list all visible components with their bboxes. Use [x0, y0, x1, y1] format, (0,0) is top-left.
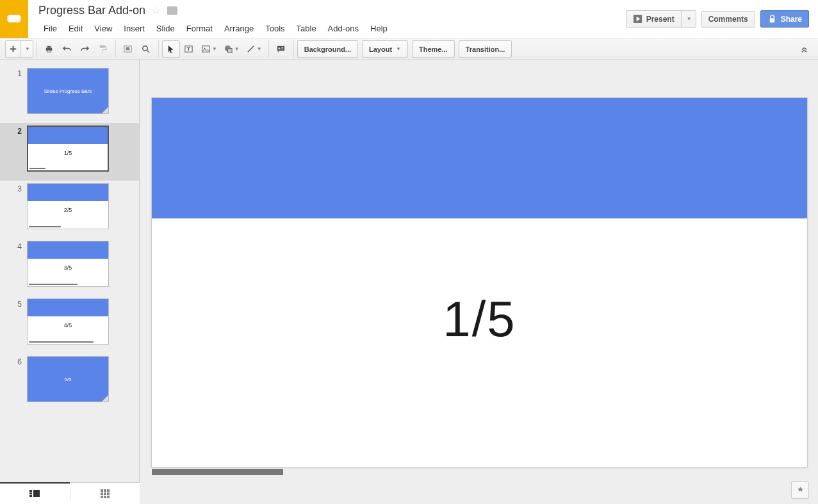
thumb-number: 4 [9, 241, 27, 287]
thumb-preview[interactable]: 3/5 [27, 241, 109, 287]
svg-point-11 [143, 46, 148, 51]
new-slide-button[interactable] [5, 40, 21, 58]
chevron-down-icon: ▼ [25, 46, 30, 52]
toolbar: ▼ ▼ ▼ ▼ Background... Layout▼ Theme... T… [0, 38, 818, 60]
menu-format[interactable]: Format [181, 21, 218, 36]
zoom-fit-button[interactable] [119, 40, 137, 58]
background-button[interactable]: Background... [297, 40, 358, 58]
svg-rect-29 [104, 496, 106, 498]
theme-button[interactable]: Theme... [412, 40, 455, 58]
chevron-down-icon: ▼ [257, 46, 262, 52]
doc-title[interactable]: Progress Bar Add-on [38, 4, 145, 17]
corner-fold-icon [102, 395, 108, 402]
slide-main-text: 1/5 [152, 290, 807, 348]
paint-format-button[interactable] [94, 40, 112, 58]
thumb-title-text: Slides Progress Bars [28, 69, 108, 113]
svg-rect-27 [107, 492, 110, 495]
hide-menus-button[interactable] [795, 40, 813, 58]
comment-tool[interactable] [272, 40, 290, 58]
thumb-preview[interactable]: Slides Progress Bars [27, 68, 109, 114]
svg-rect-17 [277, 46, 284, 51]
thumb-preview[interactable]: 4/5 [27, 298, 109, 345]
menu-file[interactable]: File [38, 21, 62, 36]
cursor-icon [166, 44, 176, 54]
layout-button[interactable]: Layout▼ [362, 40, 408, 58]
slide-thumb-3[interactable]: 3 2/5 [0, 181, 139, 238]
slide-panel[interactable]: 1 Slides Progress Bars 2 1/5 3 2/5 [0, 60, 140, 504]
thumb-number: 2 [9, 126, 27, 172]
svg-rect-30 [107, 496, 110, 498]
menu-help[interactable]: Help [365, 21, 393, 36]
slide-thumb-4[interactable]: 4 3/5 [0, 238, 139, 296]
app-logo[interactable] [0, 0, 28, 38]
zoom-button[interactable] [137, 40, 155, 58]
select-tool[interactable] [162, 40, 180, 58]
svg-rect-19 [29, 492, 32, 494]
menu-view[interactable]: View [89, 21, 117, 36]
explore-icon [796, 485, 805, 495]
paint-roller-icon [98, 44, 108, 54]
slide-thumb-2[interactable]: 2 1/5 [0, 123, 139, 181]
slide-thumb-6[interactable]: 6 5/5 [0, 354, 139, 411]
chevron-down-icon: ▼ [212, 46, 217, 52]
line-tool[interactable]: ▼ [243, 40, 265, 58]
svg-rect-8 [100, 45, 105, 48]
thumb-title-text: 5/5 [28, 357, 108, 402]
transition-button[interactable]: Transition... [459, 40, 512, 58]
svg-rect-26 [104, 492, 106, 495]
undo-button[interactable] [58, 40, 76, 58]
svg-rect-20 [29, 495, 32, 497]
svg-rect-25 [101, 492, 103, 495]
present-button-group: Present ▼ [626, 10, 696, 28]
thumb-preview[interactable]: 1/5 [27, 126, 109, 172]
shape-tool[interactable]: ▼ [220, 40, 243, 58]
present-dropdown[interactable]: ▼ [682, 10, 696, 28]
menu-insert[interactable]: Insert [119, 21, 150, 36]
canvas-area[interactable]: 1/5 [140, 60, 818, 504]
present-button[interactable]: Present [626, 10, 682, 28]
menu-addons[interactable]: Add-ons [323, 21, 364, 36]
menu-edit[interactable]: Edit [63, 21, 88, 36]
svg-rect-7 [47, 50, 51, 52]
svg-rect-1 [7, 16, 9, 21]
thumb-number: 6 [9, 356, 27, 402]
share-button[interactable]: Share [760, 10, 809, 28]
comments-label: Comments [708, 15, 748, 24]
svg-rect-6 [47, 46, 51, 48]
svg-rect-2 [19, 16, 21, 21]
svg-rect-18 [29, 490, 32, 492]
slide-thumb-5[interactable]: 5 4/5 [0, 296, 139, 354]
main-slide[interactable]: 1/5 [151, 97, 808, 467]
star-icon[interactable]: ☆ [152, 4, 161, 17]
svg-rect-28 [101, 496, 103, 498]
redo-button[interactable] [76, 40, 94, 58]
thumb-preview[interactable]: 5/5 [27, 356, 109, 402]
zoom-icon [141, 44, 151, 54]
new-slide-dropdown[interactable]: ▼ [21, 40, 33, 58]
plus-icon [8, 44, 18, 54]
explore-button[interactable] [791, 481, 809, 499]
corner-fold-icon [102, 107, 108, 113]
view-switcher [0, 482, 140, 504]
menu-table[interactable]: Table [291, 21, 322, 36]
menu-slide[interactable]: Slide [151, 21, 180, 36]
menu-tools[interactable]: Tools [260, 21, 290, 36]
textbox-tool[interactable] [180, 40, 198, 58]
comments-button[interactable]: Comments [701, 11, 755, 28]
svg-rect-0 [8, 15, 20, 22]
filmstrip-view-button[interactable] [0, 482, 70, 504]
slide-thumb-1[interactable]: 1 Slides Progress Bars [0, 65, 139, 123]
folder-icon[interactable] [167, 6, 177, 15]
svg-rect-24 [107, 489, 110, 492]
header: Progress Bar Add-on ☆ File Edit View Ins… [0, 0, 818, 38]
thumb-label: 3/5 [28, 264, 108, 271]
thumb-preview[interactable]: 2/5 [27, 183, 109, 229]
thumb-label: 2/5 [28, 207, 108, 213]
svg-rect-16 [227, 49, 232, 53]
image-tool[interactable]: ▼ [198, 40, 220, 58]
print-button[interactable] [40, 40, 58, 58]
menu-arrange[interactable]: Arrange [219, 21, 259, 36]
svg-rect-22 [101, 489, 103, 492]
grid-view-button[interactable] [70, 483, 140, 505]
lock-icon [767, 14, 777, 24]
